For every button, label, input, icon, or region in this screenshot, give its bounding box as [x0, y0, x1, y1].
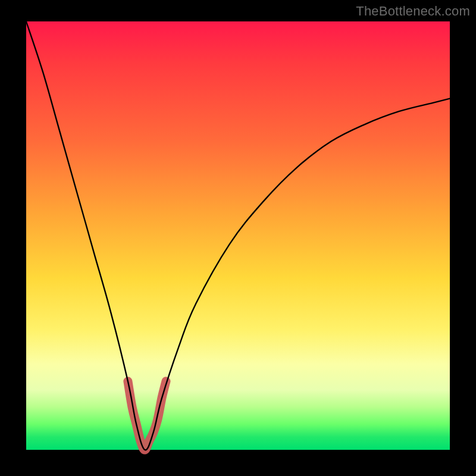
bottleneck-curve [26, 21, 450, 450]
chart-frame: TheBottleneck.com [0, 0, 476, 476]
plot-area [26, 21, 450, 450]
watermark-text: TheBottleneck.com [356, 4, 470, 19]
curve-svg [26, 21, 450, 450]
valley-marker [128, 381, 166, 450]
